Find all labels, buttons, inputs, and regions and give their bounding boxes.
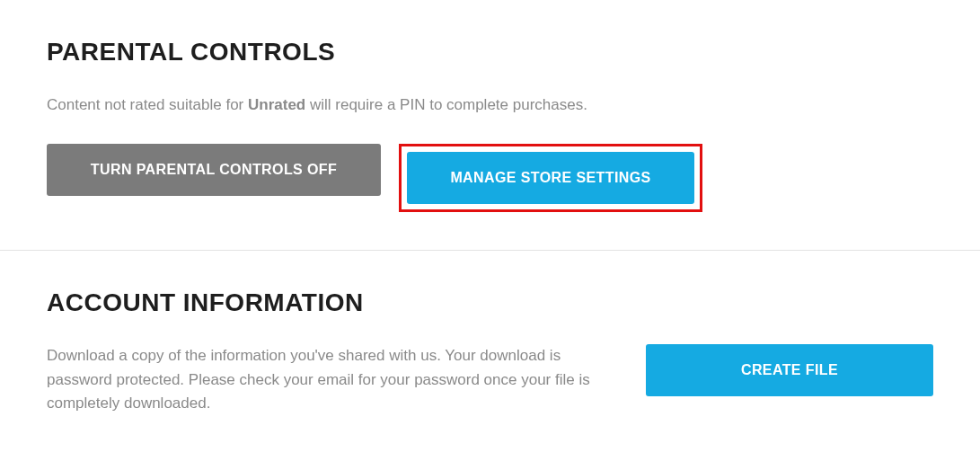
parental-controls-button-row: TURN PARENTAL CONTROLS OFF MANAGE STORE … <box>47 144 933 212</box>
manage-store-settings-button[interactable]: MANAGE STORE SETTINGS <box>407 152 694 204</box>
manage-store-highlight: MANAGE STORE SETTINGS <box>399 144 702 212</box>
desc-suffix: will require a PIN to complete purchases… <box>305 96 587 113</box>
parental-controls-section: PARENTAL CONTROLS Content not rated suit… <box>0 0 980 250</box>
account-info-description: Download a copy of the information you'v… <box>47 344 610 415</box>
account-info-row: Download a copy of the information you'v… <box>47 344 933 415</box>
create-file-button[interactable]: CREATE FILE <box>646 344 933 396</box>
account-information-title: ACCOUNT INFORMATION <box>47 288 933 317</box>
parental-controls-description: Content not rated suitable for Unrated w… <box>47 93 933 117</box>
parental-controls-title: PARENTAL CONTROLS <box>47 38 933 66</box>
turn-parental-controls-off-button[interactable]: TURN PARENTAL CONTROLS OFF <box>47 144 381 196</box>
desc-prefix: Content not rated suitable for <box>47 96 248 113</box>
desc-rating: Unrated <box>248 96 305 113</box>
account-information-section: ACCOUNT INFORMATION Download a copy of t… <box>0 250 980 453</box>
